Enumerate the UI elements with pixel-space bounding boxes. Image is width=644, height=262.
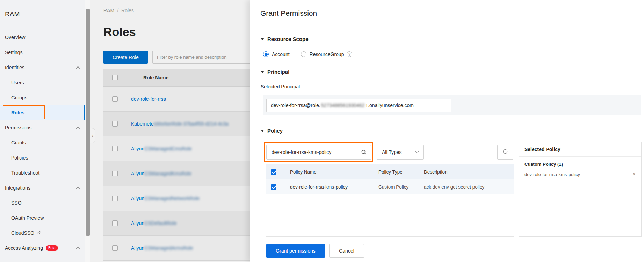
role-name-blurred: CSManagedCmsRole xyxy=(144,146,191,151)
sidebar-group-integrations[interactable]: Integrations xyxy=(0,180,85,195)
principal-blurred-account-id: 5273488561930462 xyxy=(321,102,365,108)
sidebar-item-oauth-preview[interactable]: OAuth Preview xyxy=(0,210,85,225)
role-name-blurred: CSManagedNetworkRole xyxy=(144,196,200,201)
table-row: KubernetesWorkerRole-37ba4f55-d214-4c3a xyxy=(103,112,250,136)
account-radio[interactable] xyxy=(263,51,269,57)
policy-search-box xyxy=(266,145,371,160)
table-row: AliyunCSManagedNetworkRole xyxy=(103,186,250,211)
breadcrumb-ram[interactable]: RAM xyxy=(103,8,114,13)
row-checkbox[interactable] xyxy=(112,245,118,251)
section-policy[interactable]: Policy xyxy=(261,128,283,134)
remove-policy-icon[interactable]: × xyxy=(632,171,636,177)
role-name-link[interactable]: AliyunCSDefaultRole xyxy=(131,220,177,226)
cancel-button[interactable]: Cancel xyxy=(329,244,364,258)
role-name-blurred: sWorkerRole-37ba4f55-d214-4c3a xyxy=(154,121,229,127)
role-name-link[interactable]: AliyunCSManagedArmsRole xyxy=(131,245,193,251)
beta-badge: Beta xyxy=(46,245,58,251)
policy-table-header: Policy Name Policy Type Description xyxy=(266,164,514,179)
sidebar-item-policies[interactable]: Policies xyxy=(0,150,85,165)
caret-down-icon xyxy=(261,38,264,40)
role-name-text: dev-role-for-rrsa xyxy=(131,96,166,102)
roles-page: RAM/Roles Roles Create Role Role Name de… xyxy=(90,0,250,262)
breadcrumb-separator: / xyxy=(117,8,118,13)
row-checkbox[interactable] xyxy=(112,121,118,127)
principal-suffix: 1.onaliyunservice.com xyxy=(365,102,414,108)
refresh-icon xyxy=(502,149,508,156)
create-role-button[interactable]: Create Role xyxy=(103,51,148,64)
sidebar-collapse-handle[interactable]: ‹ xyxy=(90,128,95,143)
section-principal[interactable]: Principal xyxy=(261,69,289,75)
row-checkbox[interactable] xyxy=(112,171,118,176)
policy-type-cell: Custom Policy xyxy=(378,184,424,190)
resourcegroup-radio[interactable] xyxy=(301,51,306,57)
sidebar-item-troubleshoot[interactable]: Troubleshoot xyxy=(0,165,85,180)
role-name-link[interactable]: KubernetesWorkerRole-37ba4f55-d214-4c3a xyxy=(131,121,229,127)
row-checkbox[interactable] xyxy=(112,146,118,151)
sidebar-group-identities[interactable]: Identities xyxy=(0,60,85,75)
sidebar-scrollbar[interactable] xyxy=(85,0,90,262)
chevron-up-icon xyxy=(76,126,80,130)
search-icon[interactable] xyxy=(361,149,367,157)
chevron-up-icon xyxy=(76,186,80,190)
sidebar-item-roles[interactable]: Roles xyxy=(0,105,85,120)
policy-select-all-checkbox[interactable] xyxy=(271,169,276,175)
sidebar-item-label: Access Analyzing xyxy=(5,245,43,251)
sidebar-item-label: SSO xyxy=(11,200,22,206)
selected-policy-item-name: dev-role-for-rrsa-kms-policy xyxy=(524,172,580,177)
sidebar-group-access-analyzing[interactable]: Access Analyzing Beta xyxy=(0,240,85,255)
column-description: Description xyxy=(424,169,448,175)
external-link-icon xyxy=(36,231,41,235)
sidebar-item-label: Groups xyxy=(11,95,27,100)
role-name-text: Aliyun xyxy=(131,245,144,251)
sidebar-item-label: OAuth Preview xyxy=(11,215,44,221)
sidebar-item-sso[interactable]: SSO xyxy=(0,195,85,210)
select-all-checkbox[interactable] xyxy=(112,75,118,80)
sidebar-item-groups[interactable]: Groups xyxy=(0,90,85,105)
resourcegroup-radio-label[interactable]: ResourceGroup xyxy=(310,51,344,57)
policy-row-checkbox[interactable] xyxy=(271,184,276,190)
sidebar-item-grants[interactable]: Grants xyxy=(0,135,85,150)
help-icon[interactable]: ? xyxy=(347,51,352,57)
sidebar-item-label: Identities xyxy=(5,65,24,70)
sidebar-item-label: Integrations xyxy=(5,185,30,191)
ram-console: RAM Overview Settings Identities Users G… xyxy=(0,0,644,262)
sidebar-item-label: Policies xyxy=(11,155,28,161)
policy-name-cell: dev-role-for-rrsa-kms-policy xyxy=(290,184,378,190)
drawer-title: Grant Permission xyxy=(260,9,317,17)
selected-policy-group: Custom Policy (1) xyxy=(524,162,636,167)
selected-policy-item: dev-role-for-rrsa-kms-policy × xyxy=(524,171,636,177)
role-name-link[interactable]: AliyunCSManagedKmsRole xyxy=(131,171,191,176)
row-checkbox[interactable] xyxy=(112,96,118,102)
policy-type-select[interactable]: All Types xyxy=(377,145,424,160)
section-resource-scope[interactable]: Resource Scope xyxy=(261,36,309,42)
role-name-link[interactable]: dev-role-for-rrsa xyxy=(131,96,166,102)
sidebar-nav: Overview Settings Identities Users Group… xyxy=(0,30,85,255)
policy-search-input[interactable] xyxy=(268,149,357,155)
sidebar-item-cloudsso[interactable]: CloudSSO xyxy=(0,225,85,240)
grant-permissions-button[interactable]: Grant permissions xyxy=(266,244,325,258)
account-radio-label[interactable]: Account xyxy=(272,51,290,57)
policy-table: Policy Name Policy Type Description dev-… xyxy=(266,164,514,237)
scrollbar-thumb[interactable] xyxy=(86,9,90,236)
refresh-button[interactable] xyxy=(497,145,513,160)
sidebar-item-users[interactable]: Users xyxy=(0,75,85,90)
sidebar-item-overview[interactable]: Overview xyxy=(0,30,85,45)
sidebar-item-label: Roles xyxy=(11,110,24,115)
sidebar-group-permissions[interactable]: Permissions xyxy=(0,120,85,135)
role-name-link[interactable]: AliyunCSManagedNetworkRole xyxy=(131,196,200,201)
section-label: Resource Scope xyxy=(267,36,309,42)
role-name-blurred: CSDefaultRole xyxy=(144,220,177,226)
policy-table-row: dev-role-for-rrsa-kms-policy Custom Poli… xyxy=(266,179,514,194)
sidebar-item-settings[interactable]: Settings xyxy=(0,45,85,60)
role-filter-input[interactable] xyxy=(152,51,250,64)
roles-table-header: Role Name xyxy=(103,69,250,87)
role-name-text: Kubernete xyxy=(131,121,154,127)
section-label: Policy xyxy=(267,128,283,134)
row-checkbox[interactable] xyxy=(112,196,118,201)
breadcrumb-roles: Roles xyxy=(121,8,134,13)
role-name-link[interactable]: AliyunCSManagedCmsRole xyxy=(131,146,192,151)
sidebar-item-label: Permissions xyxy=(5,125,31,130)
principal-value-box[interactable]: dev-role-for-rrsa@role.52734885619304621… xyxy=(266,99,451,112)
row-checkbox[interactable] xyxy=(112,220,118,226)
roles-table: Role Name dev-role-for-rrsa KubernetesWo… xyxy=(103,69,250,261)
